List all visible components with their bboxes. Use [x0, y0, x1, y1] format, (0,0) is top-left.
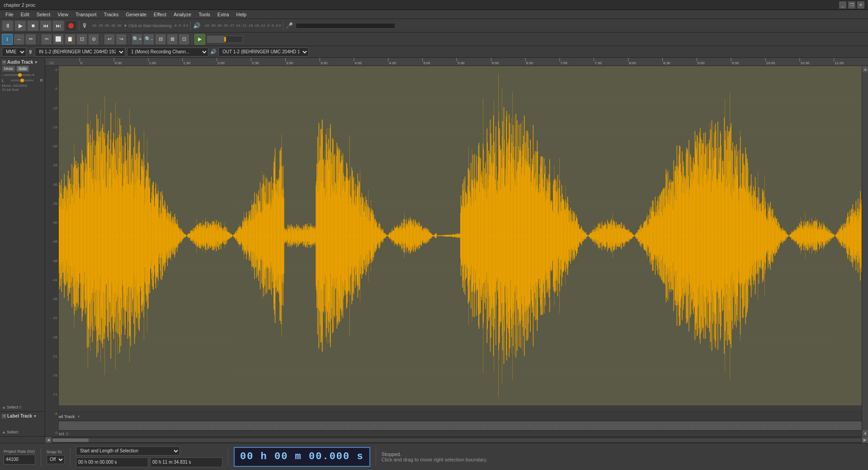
click-to-start-label[interactable]: ▼ Click to Start Monitoring — [123, 24, 173, 28]
play-speed-thumb — [224, 37, 226, 42]
zoom-toggle-button[interactable]: ⊡ — [179, 34, 189, 45]
label-track-collapse-button[interactable]: ▲ — [2, 430, 6, 434]
selection-start-input[interactable] — [76, 457, 148, 467]
content-with-scrollbar: 0 -5 -10 -15 -20 -25 -30 -35 -40 -45 -48… — [45, 66, 868, 437]
solo-button[interactable]: Solo — [16, 66, 29, 72]
vertical-scrollbar[interactable]: ▲ ▼ — [862, 66, 868, 437]
menu-effect[interactable]: Effect — [150, 11, 170, 18]
volume-slider[interactable] — [4, 74, 31, 76]
record-button[interactable] — [65, 20, 77, 31]
silence-button[interactable]: ⊘ — [88, 34, 99, 45]
paste-button[interactable]: 📋 — [65, 34, 75, 45]
label-track-content[interactable] — [45, 421, 862, 430]
v-scroll-track[interactable] — [862, 72, 868, 430]
db-label-11: -11 — [46, 392, 57, 396]
title-bar: chapter 2 proc _ ❐ ✕ — [0, 0, 868, 10]
db-label-5: -5 — [46, 87, 57, 91]
selection-tool-button[interactable]: I — [2, 34, 13, 45]
timeline-ruler[interactable] — [45, 58, 868, 66]
separator4 — [38, 35, 39, 44]
track-area[interactable]: 0 -5 -10 -15 -20 -25 -30 -35 -40 -45 -48… — [45, 66, 862, 437]
menu-view[interactable]: View — [54, 11, 72, 18]
undo-button[interactable]: ↩ — [104, 34, 115, 45]
db-label-16: -16 — [46, 373, 57, 377]
stop-button[interactable]: ■ — [27, 20, 39, 31]
label-track-header-menu[interactable]: ▼ — [77, 414, 81, 419]
waveform-canvas[interactable] — [59, 66, 862, 405]
pan-label-l: L — [2, 78, 4, 83]
menu-extra[interactable]: Extra — [214, 11, 233, 18]
project-rate-input[interactable] — [4, 455, 35, 465]
label-track-select-label[interactable]: Select — [7, 430, 18, 434]
mute-button[interactable]: Mute — [2, 66, 15, 72]
menu-tools[interactable]: Tools — [195, 11, 214, 18]
menu-transport[interactable]: Transport — [72, 11, 100, 18]
horizontal-scrollbar[interactable]: ◀ ▶ — [45, 437, 868, 443]
audio-track-menu-button[interactable]: ▼ — [34, 60, 38, 65]
input-device-select[interactable]: IN 1-2 (BEHRINGER UMC 204HD 192 — [35, 47, 125, 56]
output-device-select[interactable]: OUT 1-2 (BEHRINGER UMC 204HD 19 — [218, 47, 309, 56]
audio-host-select[interactable]: MME — [2, 47, 26, 56]
menu-help[interactable]: Help — [233, 11, 250, 18]
audio-track-dbzero-button[interactable]: 0 — [19, 405, 21, 409]
main-time-value: 00 h 00 m 00.000 s — [240, 451, 364, 462]
audio-track-collapse-button[interactable]: ▲ — [2, 405, 6, 409]
pause-button[interactable]: ⏸ — [2, 20, 14, 31]
fit-project-button[interactable]: ⊟ — [155, 34, 166, 45]
selection-mode-select[interactable]: Start and Length of Selection — [76, 446, 180, 456]
fit-selection-button[interactable]: ⊠ — [167, 34, 178, 45]
restore-button[interactable]: ❐ — [848, 1, 855, 9]
zoom-out-button[interactable]: 🔍- — [143, 34, 154, 45]
draw-tool-button[interactable]: ✏ — [25, 34, 36, 45]
play-button[interactable]: ▶ — [14, 20, 26, 31]
audio-track-name: Audio Track — [7, 60, 33, 65]
time-inputs — [76, 457, 222, 467]
selection-length-input[interactable] — [150, 457, 222, 467]
audio-track-close-button[interactable]: ✕ — [2, 60, 6, 65]
menu-file[interactable]: File — [2, 11, 17, 18]
cut-button[interactable]: ✂ — [41, 34, 52, 45]
menu-edit[interactable]: Edit — [17, 11, 33, 18]
separator3 — [283, 21, 283, 30]
close-button[interactable]: ✕ — [857, 1, 864, 9]
zoom-in-button[interactable]: 🔍+ — [132, 34, 142, 45]
play-at-speed-button[interactable]: ▶ — [194, 34, 205, 45]
menu-analyze[interactable]: Analyze — [170, 11, 195, 18]
label-track-header: ✕ Label Track ▼ — [45, 412, 862, 421]
envelope-tool-button[interactable]: ↔ — [14, 34, 24, 45]
h-scroll-thumb[interactable] — [52, 438, 89, 442]
copy-button[interactable]: ⬜ — [53, 34, 64, 45]
next-button[interactable]: ⏭ — [52, 20, 64, 31]
right-panel: 0 -5 -10 -15 -20 -25 -30 -35 -40 -45 -48… — [45, 58, 868, 443]
db-label-36: -36 — [46, 297, 57, 301]
channel-select[interactable]: 1 (Mono) Recording Chann... — [127, 47, 208, 56]
trim-button[interactable]: ⊡ — [76, 34, 87, 45]
snap-to-select[interactable]: Off On — [47, 455, 65, 464]
separator7 — [192, 35, 192, 44]
pan-slider[interactable] — [11, 80, 33, 81]
status-messages: Stopped. Click and drag to move right se… — [382, 451, 864, 462]
db-label-6: -6 — [46, 412, 57, 416]
menu-tracks[interactable]: Tracks — [100, 11, 123, 18]
playback-meter-label: -42 -39 -36 -30 -27 -24 -21 -18 -15 -12 … — [204, 24, 281, 28]
status-sep1 — [41, 448, 41, 466]
redo-button[interactable]: ↪ — [116, 34, 127, 45]
menu-select[interactable]: Select — [33, 11, 54, 18]
h-scroll-track[interactable] — [52, 438, 861, 442]
label-track-close-button[interactable]: ✕ — [2, 414, 6, 418]
h-scroll-right[interactable]: ▶ — [862, 437, 868, 443]
minimize-button[interactable]: _ — [839, 1, 846, 9]
play-speed-slider[interactable] — [207, 36, 243, 43]
v-scroll-down[interactable]: ▼ — [862, 430, 868, 437]
db-scale: 0 -5 -10 -15 -20 -25 -30 -35 -40 -45 -48… — [45, 66, 59, 437]
v-scroll-up[interactable]: ▲ — [862, 66, 868, 72]
label-track-menu-button[interactable]: ▼ — [33, 414, 37, 418]
label-track-bottom: ▲ Select — [2, 430, 43, 434]
hint-message: Click and drag to move right selection b… — [382, 457, 864, 462]
track-bit-info: 32-bit float — [2, 88, 19, 92]
audio-track-select-label[interactable]: Select — [7, 405, 18, 409]
separator5 — [101, 35, 102, 44]
prev-button[interactable]: ⏮ — [40, 20, 52, 31]
h-scroll-left[interactable]: ◀ — [45, 437, 52, 443]
menu-generate[interactable]: Generate — [122, 11, 150, 18]
